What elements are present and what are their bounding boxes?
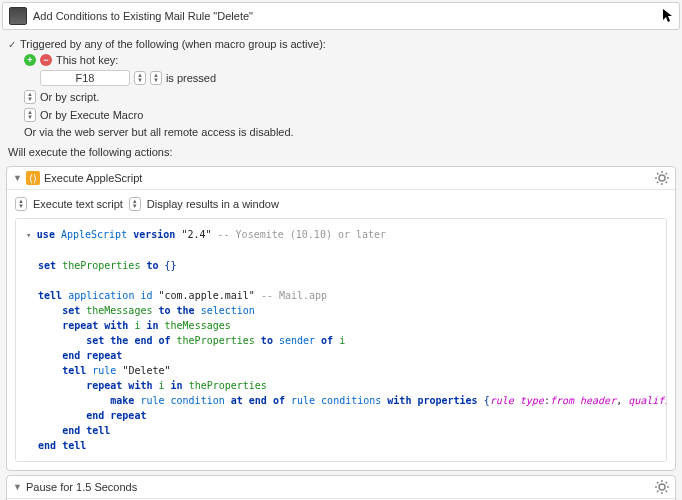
- disclosure-icon[interactable]: ▼: [13, 482, 22, 492]
- window-title-bar: Add Conditions to Existing Mail Rule "De…: [2, 2, 680, 30]
- script-mode-stepper[interactable]: ▲▼: [15, 197, 27, 211]
- execute-header: Will execute the following actions:: [0, 142, 682, 162]
- add-trigger-button[interactable]: +: [24, 54, 36, 66]
- hot-key-field[interactable]: F18: [40, 70, 130, 86]
- gear-icon[interactable]: [655, 480, 669, 494]
- hot-key-label: This hot key:: [56, 54, 118, 66]
- is-pressed-label: is pressed: [166, 72, 216, 84]
- action-pause-1: ▼ Pause for 1.5 Seconds Pause for 1.5 ▲▼…: [6, 475, 676, 501]
- action-execute-applescript: ▼ ⟨⟩ Execute AppleScript ▲▼ Execute text…: [6, 166, 676, 471]
- hot-key-stepper[interactable]: ▲▼: [134, 71, 146, 85]
- applescript-icon: ⟨⟩: [26, 171, 40, 185]
- script-editor[interactable]: ▾ use AppleScript version "2.4" -- Yosem…: [15, 218, 667, 462]
- macro-icon: [9, 7, 27, 25]
- macro-title: Add Conditions to Existing Mail Rule "De…: [33, 10, 659, 22]
- pressed-stepper[interactable]: ▲▼: [150, 71, 162, 85]
- check-icon: ✓: [8, 39, 16, 50]
- or-stepper-2[interactable]: ▲▼: [24, 108, 36, 122]
- disclosure-icon[interactable]: ▼: [13, 173, 22, 183]
- triggered-by-label: Triggered by any of the following (when …: [20, 38, 326, 50]
- or-by-script-label: Or by script.: [40, 91, 99, 103]
- results-label: Display results in a window: [147, 198, 279, 210]
- or-web-label: Or via the web server but all remote acc…: [24, 126, 294, 138]
- svg-point-0: [659, 175, 665, 181]
- or-stepper-1[interactable]: ▲▼: [24, 90, 36, 104]
- remove-trigger-button[interactable]: −: [40, 54, 52, 66]
- results-stepper[interactable]: ▲▼: [129, 197, 141, 211]
- script-mode-label: Execute text script: [33, 198, 123, 210]
- action-title: Execute AppleScript: [44, 172, 655, 184]
- trigger-section: ✓ Triggered by any of the following (whe…: [0, 32, 682, 142]
- svg-point-1: [659, 484, 665, 490]
- gear-icon[interactable]: [655, 171, 669, 185]
- action-title: Pause for 1.5 Seconds: [26, 481, 655, 493]
- cursor-icon: [663, 9, 673, 23]
- or-by-execute-macro-label: Or by Execute Macro: [40, 109, 143, 121]
